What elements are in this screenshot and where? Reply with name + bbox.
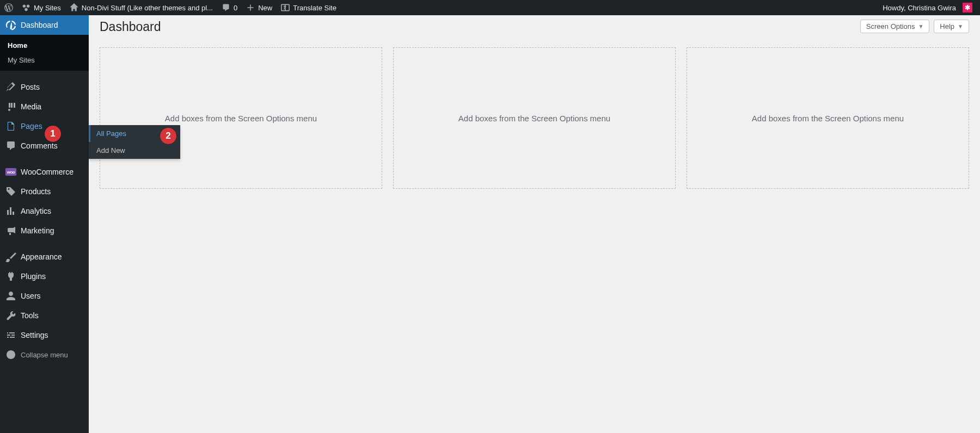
translate-site-item[interactable]: Translate Site	[277, 0, 341, 15]
chevron-left-circle-icon	[5, 349, 16, 360]
screen-options-tab[interactable]: Screen Options ▼	[860, 20, 930, 33]
dropzone-text: Add boxes from the Screen Options menu	[458, 114, 610, 123]
flyout-add-new[interactable]: Add New	[89, 142, 180, 159]
annotation-step-2: 2	[160, 128, 176, 144]
pushpin-icon	[5, 82, 16, 92]
dropzone-text: Add boxes from the Screen Options menu	[752, 114, 904, 123]
my-sites-item[interactable]: My Sites	[17, 0, 65, 15]
page-title: Dashboard	[100, 20, 161, 34]
menu-plugins[interactable]: Plugins	[0, 267, 89, 286]
page-content: Dashboard Screen Options ▼ Help ▼ Add bo…	[89, 15, 980, 433]
dashboard-gauge-icon	[5, 20, 16, 30]
avatar: ✱	[963, 3, 972, 13]
bar-chart-icon	[5, 206, 16, 216]
page-tabs: Screen Options ▼ Help ▼	[860, 20, 969, 33]
chevron-down-icon: ▼	[918, 23, 923, 29]
admin-bar: My Sites Non-Divi Stuff (Like other them…	[0, 0, 980, 15]
dashboard-widget-row: Add boxes from the Screen Options menu A…	[100, 47, 969, 189]
menu-products-label: Products	[21, 187, 51, 196]
menu-media-label: Media	[21, 102, 41, 111]
page-document-icon	[5, 121, 16, 132]
plus-icon	[246, 3, 255, 12]
my-account-item[interactable]: Howdy, Christina Gwira ✱	[878, 0, 977, 15]
my-sites-label: My Sites	[34, 4, 61, 12]
menu-analytics-label: Analytics	[21, 207, 51, 215]
menu-marketing[interactable]: Marketing	[0, 221, 89, 240]
menu-analytics[interactable]: Analytics	[0, 201, 89, 221]
comments-item[interactable]: 0	[217, 0, 242, 15]
collapse-menu-label: Collapse menu	[21, 351, 68, 359]
comments-count: 0	[234, 4, 237, 12]
dashboard-dropzone[interactable]: Add boxes from the Screen Options menu	[100, 47, 382, 189]
plug-icon	[5, 271, 16, 282]
home-icon	[70, 3, 78, 12]
annotation-step-1: 1	[45, 126, 61, 142]
menu-tools[interactable]: Tools	[0, 306, 89, 325]
help-label: Help	[940, 22, 954, 30]
dropzone-text: Add boxes from the Screen Options menu	[165, 114, 317, 123]
menu-woocommerce[interactable]: woo WooCommerce	[0, 162, 89, 182]
menu-separator	[0, 71, 89, 77]
translate-site-label: Translate Site	[293, 4, 336, 12]
megaphone-icon	[5, 225, 16, 236]
collapse-menu[interactable]: Collapse menu	[0, 345, 89, 364]
page-head: Dashboard Screen Options ▼ Help ▼	[100, 15, 969, 34]
menu-separator	[0, 240, 89, 247]
menu-plugins-label: Plugins	[21, 272, 46, 281]
menu-marketing-label: Marketing	[21, 226, 54, 235]
multisite-icon	[22, 3, 30, 12]
comments-icon	[5, 140, 16, 151]
admin-menu: Dashboard Home My Sites Posts Media Page…	[0, 15, 89, 433]
menu-woocommerce-label: WooCommerce	[21, 168, 74, 176]
menu-users[interactable]: Users	[0, 286, 89, 306]
dashboard-dropzone[interactable]: Add boxes from the Screen Options menu	[393, 47, 676, 189]
help-tab[interactable]: Help ▼	[934, 20, 969, 33]
site-name-item[interactable]: Non-Divi Stuff (Like other themes and pl…	[65, 0, 217, 15]
menu-users-label: Users	[21, 292, 41, 300]
dashboard-submenu: Home My Sites	[0, 35, 89, 71]
menu-dashboard[interactable]: Dashboard	[0, 15, 89, 35]
dashboard-dropzone[interactable]: Add boxes from the Screen Options menu	[687, 47, 969, 189]
wordpress-logo-icon	[4, 3, 13, 12]
howdy-text: Howdy, Christina Gwira	[883, 4, 956, 12]
menu-posts-label: Posts	[21, 83, 40, 91]
menu-products[interactable]: Products	[0, 182, 89, 201]
paintbrush-icon	[5, 251, 16, 262]
menu-comments-label: Comments	[21, 141, 58, 150]
user-icon	[5, 290, 16, 301]
wrench-icon	[5, 310, 16, 321]
menu-appearance[interactable]: Appearance	[0, 247, 89, 267]
menu-pages-label: Pages	[21, 122, 42, 131]
screen-options-label: Screen Options	[866, 22, 915, 30]
sliders-icon	[5, 330, 16, 341]
admin-bar-right: Howdy, Christina Gwira ✱	[878, 0, 977, 15]
media-icon	[5, 101, 16, 112]
submenu-home[interactable]: Home	[0, 38, 89, 53]
menu-media[interactable]: Media	[0, 97, 89, 116]
woocommerce-icon: woo	[5, 166, 16, 177]
menu-tools-label: Tools	[21, 311, 39, 320]
chevron-down-icon: ▼	[958, 23, 963, 29]
menu-posts[interactable]: Posts	[0, 77, 89, 97]
menu-dashboard-label: Dashboard	[21, 21, 58, 29]
site-name-label: Non-Divi Stuff (Like other themes and pl…	[82, 4, 213, 12]
menu-appearance-label: Appearance	[21, 252, 62, 261]
pages-flyout: All Pages Add New 2	[89, 125, 180, 159]
menu-comments[interactable]: Comments	[0, 136, 89, 156]
wordpress-logo-item[interactable]	[0, 0, 17, 15]
new-content-item[interactable]: New	[242, 0, 277, 15]
admin-bar-left: My Sites Non-Divi Stuff (Like other them…	[0, 0, 341, 15]
tag-icon	[5, 186, 16, 197]
submenu-my-sites[interactable]: My Sites	[0, 53, 89, 67]
menu-settings[interactable]: Settings	[0, 325, 89, 345]
translate-icon	[281, 3, 290, 12]
new-content-label: New	[258, 4, 272, 12]
menu-separator	[0, 156, 89, 162]
menu-settings-label: Settings	[21, 331, 48, 339]
comment-bubble-icon	[222, 3, 230, 12]
